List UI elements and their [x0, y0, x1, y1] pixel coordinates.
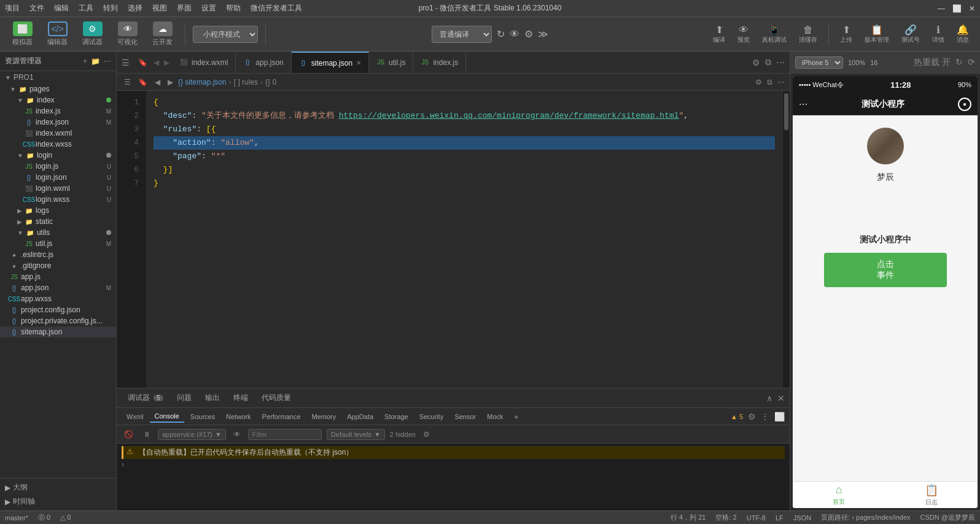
window-close[interactable]: ✕: [969, 4, 975, 13]
sidebar-new-file-icon[interactable]: +: [83, 57, 87, 66]
editor-split-icon[interactable]: ⧉: [765, 57, 771, 67]
editor-next-btn[interactable]: ▶: [165, 77, 176, 88]
code-content[interactable]: { "desc": "关于本文件的更多信息，请参考文档 https://deve…: [146, 91, 782, 388]
visual-toggle-button[interactable]: 👁 可视化: [112, 19, 142, 49]
sidebar-item-index-json[interactable]: {} index.json M: [0, 117, 116, 128]
tab-index-wxml[interactable]: ⬛ index.wxml: [172, 52, 236, 74]
tab-sitemap-close[interactable]: ✕: [356, 60, 361, 66]
service-select[interactable]: appservice (#17) ▼: [158, 429, 226, 440]
devtools-tab-console[interactable]: Console: [150, 410, 184, 423]
sidebar-item-eslintrc[interactable]: ● .eslintrc.js: [0, 249, 116, 260]
tab-sitemap-json[interactable]: {} sitemap.json ✕: [292, 52, 369, 74]
sidebar-item-app-js[interactable]: JS app.js: [0, 271, 116, 282]
console-clear-btn[interactable]: 🚫: [122, 429, 136, 440]
menu-item-tool[interactable]: 工具: [79, 3, 93, 13]
sidebar-item-login-wxml[interactable]: ⬛ login.wxml U: [0, 183, 116, 194]
editor-bookmark-btn[interactable]: 🔖: [136, 77, 150, 88]
console-eye-btn[interactable]: 👁: [231, 429, 243, 440]
outline-item[interactable]: ▶ 大纲: [5, 481, 111, 494]
sidebar-item-gitignore[interactable]: ● .gitignore: [0, 260, 116, 271]
window-maximize[interactable]: ⬜: [952, 4, 962, 13]
menu-item-file[interactable]: 文件: [29, 3, 44, 13]
compile-select[interactable]: 普通编译: [432, 26, 492, 43]
devtools-more-icon[interactable]: ⋮: [761, 412, 769, 422]
scrollbar-thumb[interactable]: [784, 93, 788, 130]
menu-item-edit[interactable]: 编辑: [54, 3, 69, 13]
editor-more-right-icon[interactable]: ⋯: [777, 78, 785, 87]
tab-bookmark-icon[interactable]: 🔖: [134, 58, 151, 67]
details-button[interactable]: ℹ 详情: [928, 23, 948, 45]
editor-settings-icon[interactable]: ⚙: [752, 58, 760, 67]
debug-panel-tab-terminal[interactable]: 终端: [227, 390, 254, 406]
debug-expand-icon[interactable]: ∧: [766, 393, 772, 403]
devtools-tab-security[interactable]: Security: [414, 411, 449, 422]
sidebar-item-project-config[interactable]: {} project.config.json: [0, 304, 116, 315]
sidebar-item-static[interactable]: ▶ 📁 static: [0, 216, 116, 227]
sim-rotate-icon[interactable]: ⟳: [968, 57, 975, 68]
version-manage-button[interactable]: 📋 版本管理: [861, 23, 893, 45]
devtools-tab-appdata[interactable]: AppData: [342, 411, 378, 422]
editor-scrollbar[interactable]: [782, 91, 790, 388]
sim-refresh-icon[interactable]: ↻: [955, 57, 963, 68]
more-icon[interactable]: ≫: [538, 28, 548, 40]
devtools-tab-sources[interactable]: Sources: [185, 411, 220, 422]
menu-item-project[interactable]: 项目: [5, 3, 20, 13]
editor-toggle-button[interactable]: </> 编辑器: [42, 19, 72, 49]
window-minimize[interactable]: —: [938, 4, 945, 13]
editor-split-right-icon[interactable]: ⧉: [767, 78, 772, 87]
debug-panel-tab-quality[interactable]: 代码质量: [255, 390, 297, 406]
menu-item-settings[interactable]: 设置: [201, 3, 216, 13]
level-select[interactable]: Default levels ▼: [327, 429, 385, 440]
sim-nav-home[interactable]: ⌂ 首页: [793, 484, 885, 506]
menu-item-goto[interactable]: 转到: [103, 3, 118, 13]
sim-nav-logs[interactable]: 📋 日志: [885, 484, 978, 507]
editor-prev-btn[interactable]: ◀: [152, 77, 163, 88]
clear-cache-button[interactable]: 🗑 清缓存: [795, 23, 821, 45]
cloud-toggle-button[interactable]: ☁ 云开发: [147, 19, 177, 49]
timeline-item[interactable]: ▶ 时间轴: [5, 495, 111, 508]
sim-btn[interactable]: 点击事件: [824, 253, 947, 287]
tab-back-icon[interactable]: ◀: [151, 58, 161, 67]
devtools-settings-icon[interactable]: ⚙: [748, 412, 756, 422]
sidebar-more-icon[interactable]: ⋯: [104, 57, 111, 66]
debug-panel-tab-output[interactable]: 输出: [199, 390, 226, 406]
compile-button[interactable]: ⬆ 编译: [709, 23, 729, 45]
project-root-header[interactable]: ▼ PRO1: [0, 71, 116, 83]
sidebar-item-login-wxss[interactable]: CSS login.wxss U: [0, 194, 116, 205]
editor-back-btn[interactable]: ☰: [122, 77, 133, 88]
console-settings-btn[interactable]: ⚙: [421, 429, 432, 440]
sim-circle-icon[interactable]: ●: [958, 98, 971, 111]
preview-icon[interactable]: 👁: [510, 29, 519, 40]
devtools-tab-wxml[interactable]: Wxml: [122, 411, 149, 422]
filter-input[interactable]: [248, 429, 322, 440]
refresh-icon[interactable]: ↻: [497, 28, 505, 40]
devtools-tab-memory[interactable]: Memory: [307, 411, 341, 422]
sidebar-item-index-wxml[interactable]: ⬛ index.wxml: [0, 128, 116, 139]
console-pause-btn[interactable]: ⏸: [141, 429, 153, 440]
devtools-tab-sensor[interactable]: Sensor: [449, 411, 481, 422]
tab-forward-icon[interactable]: ▶: [161, 58, 172, 67]
sidebar-item-project-private[interactable]: {} project.private.config.js...: [0, 315, 116, 326]
devtools-tab-storage[interactable]: Storage: [379, 411, 413, 422]
debugger-toggle-button[interactable]: ⚙ 调试器: [77, 19, 107, 49]
sidebar-item-index-js[interactable]: JS index.js M: [0, 106, 116, 117]
tab-app-json[interactable]: {} app.json: [236, 52, 291, 74]
devtools-tab-network[interactable]: Network: [221, 411, 255, 422]
sidebar-item-pages[interactable]: ▼ 📁 pages: [0, 83, 116, 94]
menu-item-select[interactable]: 选择: [128, 3, 142, 13]
sidebar-new-folder-icon[interactable]: 📁: [91, 57, 100, 66]
devtools-tab-performance[interactable]: Performance: [257, 411, 306, 422]
sidebar-item-login-js[interactable]: JS login.js U: [0, 161, 116, 172]
sidebar-item-utils[interactable]: ▼ 📁 utils: [0, 227, 116, 238]
tab-bar-menu-icon[interactable]: ☰: [117, 58, 134, 67]
sidebar-item-app-json[interactable]: {} app.json M: [0, 282, 116, 293]
editor-more-icon[interactable]: ⋯: [776, 58, 785, 67]
settings-icon[interactable]: ⚙: [524, 28, 533, 40]
sim-more-icon[interactable]: ⋯: [799, 99, 807, 109]
sidebar-item-util-js[interactable]: JS util.js M: [0, 238, 116, 249]
menu-item-wechat[interactable]: 微信开发者工具: [251, 3, 302, 13]
sidebar-item-app-wxss[interactable]: CSS app.wxss: [0, 293, 116, 304]
devtools-tab-more[interactable]: »: [510, 411, 523, 422]
debug-close-icon[interactable]: ✕: [777, 393, 785, 403]
preview-button[interactable]: 👁 预览: [734, 23, 753, 45]
